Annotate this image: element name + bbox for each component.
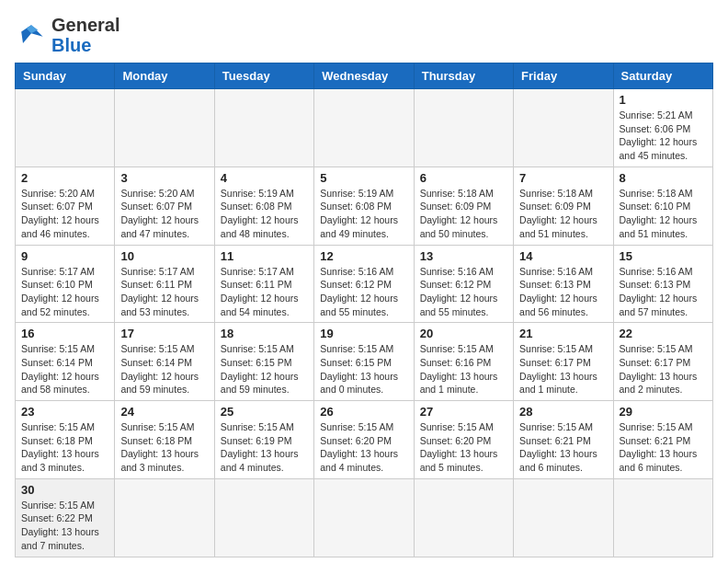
day-info: Sunrise: 5:15 AM Sunset: 6:21 PM Dayligh… bbox=[620, 420, 707, 475]
day-info: Sunrise: 5:16 AM Sunset: 6:12 PM Dayligh… bbox=[320, 265, 407, 319]
calendar-cell bbox=[115, 89, 214, 167]
day-number: 7 bbox=[519, 171, 607, 185]
day-number: 23 bbox=[21, 405, 108, 419]
calendar-cell bbox=[514, 89, 613, 167]
calendar-cell: 8Sunrise: 5:18 AM Sunset: 6:10 PM Daylig… bbox=[613, 167, 712, 245]
calendar-week-row: 1Sunrise: 5:21 AM Sunset: 6:06 PM Daylig… bbox=[16, 89, 713, 167]
day-info: Sunrise: 5:17 AM Sunset: 6:10 PM Dayligh… bbox=[21, 265, 108, 319]
calendar-cell: 3Sunrise: 5:20 AM Sunset: 6:07 PM Daylig… bbox=[115, 167, 214, 245]
calendar-cell bbox=[314, 478, 414, 557]
day-info: Sunrise: 5:15 AM Sunset: 6:15 PM Dayligh… bbox=[320, 342, 407, 396]
calendar-cell: 23Sunrise: 5:15 AM Sunset: 6:18 PM Dayli… bbox=[16, 401, 115, 479]
logo-blue-text: Blue bbox=[51, 35, 91, 55]
weekday-header-sunday: Sunday bbox=[16, 63, 115, 89]
day-number: 8 bbox=[620, 171, 707, 185]
day-number: 22 bbox=[620, 327, 707, 340]
calendar-cell: 5Sunrise: 5:19 AM Sunset: 6:08 PM Daylig… bbox=[314, 167, 414, 245]
day-number: 25 bbox=[221, 405, 308, 419]
day-info: Sunrise: 5:15 AM Sunset: 6:21 PM Dayligh… bbox=[519, 420, 607, 475]
calendar-cell: 13Sunrise: 5:16 AM Sunset: 6:12 PM Dayli… bbox=[414, 245, 513, 323]
calendar-cell: 25Sunrise: 5:15 AM Sunset: 6:19 PM Dayli… bbox=[214, 401, 313, 479]
calendar-cell: 27Sunrise: 5:15 AM Sunset: 6:20 PM Dayli… bbox=[414, 401, 513, 479]
calendar-cell bbox=[16, 89, 115, 167]
day-number: 10 bbox=[120, 249, 208, 263]
day-info: Sunrise: 5:18 AM Sunset: 6:09 PM Dayligh… bbox=[519, 187, 607, 241]
day-number: 28 bbox=[519, 405, 607, 419]
day-number: 2 bbox=[21, 171, 108, 185]
calendar-cell bbox=[214, 478, 313, 557]
day-info: Sunrise: 5:19 AM Sunset: 6:08 PM Dayligh… bbox=[221, 187, 308, 241]
calendar-cell: 4Sunrise: 5:19 AM Sunset: 6:08 PM Daylig… bbox=[214, 167, 313, 245]
calendar-cell: 7Sunrise: 5:18 AM Sunset: 6:09 PM Daylig… bbox=[514, 167, 613, 245]
calendar-cell: 26Sunrise: 5:15 AM Sunset: 6:20 PM Dayli… bbox=[314, 401, 414, 479]
day-info: Sunrise: 5:18 AM Sunset: 6:10 PM Dayligh… bbox=[620, 187, 707, 241]
day-number: 27 bbox=[420, 405, 507, 419]
calendar-cell: 22Sunrise: 5:15 AM Sunset: 6:17 PM Dayli… bbox=[613, 323, 712, 401]
weekday-header-tuesday: Tuesday bbox=[214, 63, 313, 89]
calendar-cell bbox=[314, 89, 414, 167]
day-info: Sunrise: 5:15 AM Sunset: 6:22 PM Dayligh… bbox=[21, 499, 108, 553]
calendar-cell: 29Sunrise: 5:15 AM Sunset: 6:21 PM Dayli… bbox=[613, 401, 712, 479]
day-info: Sunrise: 5:16 AM Sunset: 6:13 PM Dayligh… bbox=[519, 265, 607, 319]
day-number: 26 bbox=[320, 405, 407, 419]
day-number: 12 bbox=[320, 249, 407, 263]
weekday-header-monday: Monday bbox=[115, 63, 214, 89]
day-info: Sunrise: 5:16 AM Sunset: 6:13 PM Dayligh… bbox=[620, 265, 707, 319]
weekday-header-row: SundayMondayTuesdayWednesdayThursdayFrid… bbox=[16, 63, 713, 89]
day-number: 14 bbox=[519, 249, 607, 263]
calendar-cell: 12Sunrise: 5:16 AM Sunset: 6:12 PM Dayli… bbox=[314, 245, 414, 323]
page-header: General Blue bbox=[15, 15, 713, 55]
calendar-cell: 16Sunrise: 5:15 AM Sunset: 6:14 PM Dayli… bbox=[16, 323, 115, 401]
day-number: 20 bbox=[420, 327, 507, 340]
calendar-week-row: 9Sunrise: 5:17 AM Sunset: 6:10 PM Daylig… bbox=[16, 245, 713, 323]
day-number: 11 bbox=[221, 249, 308, 263]
calendar-cell bbox=[214, 89, 313, 167]
calendar-cell bbox=[514, 478, 613, 557]
calendar-cell: 1Sunrise: 5:21 AM Sunset: 6:06 PM Daylig… bbox=[613, 89, 712, 167]
day-info: Sunrise: 5:18 AM Sunset: 6:09 PM Dayligh… bbox=[420, 187, 507, 241]
calendar-cell bbox=[414, 478, 513, 557]
calendar-cell: 15Sunrise: 5:16 AM Sunset: 6:13 PM Dayli… bbox=[613, 245, 712, 323]
calendar-cell: 19Sunrise: 5:15 AM Sunset: 6:15 PM Dayli… bbox=[314, 323, 414, 401]
day-info: Sunrise: 5:20 AM Sunset: 6:07 PM Dayligh… bbox=[120, 187, 208, 241]
calendar-cell bbox=[613, 478, 712, 557]
calendar-week-row: 30Sunrise: 5:15 AM Sunset: 6:22 PM Dayli… bbox=[16, 478, 713, 557]
weekday-header-wednesday: Wednesday bbox=[314, 63, 414, 89]
weekday-header-saturday: Saturday bbox=[613, 63, 712, 89]
day-number: 29 bbox=[620, 405, 707, 419]
day-number: 5 bbox=[320, 171, 407, 185]
calendar-cell: 6Sunrise: 5:18 AM Sunset: 6:09 PM Daylig… bbox=[414, 167, 513, 245]
day-info: Sunrise: 5:21 AM Sunset: 6:06 PM Dayligh… bbox=[620, 109, 707, 163]
weekday-header-thursday: Thursday bbox=[414, 63, 513, 89]
calendar-cell: 28Sunrise: 5:15 AM Sunset: 6:21 PM Dayli… bbox=[514, 401, 613, 479]
logo-text: General Blue bbox=[51, 15, 119, 55]
calendar-cell: 21Sunrise: 5:15 AM Sunset: 6:17 PM Dayli… bbox=[514, 323, 613, 401]
day-number: 13 bbox=[420, 249, 507, 263]
logo: General Blue bbox=[15, 15, 119, 55]
day-number: 19 bbox=[320, 327, 407, 340]
day-info: Sunrise: 5:15 AM Sunset: 6:20 PM Dayligh… bbox=[320, 420, 407, 475]
day-info: Sunrise: 5:15 AM Sunset: 6:18 PM Dayligh… bbox=[120, 420, 208, 475]
calendar-cell bbox=[115, 478, 214, 557]
day-info: Sunrise: 5:15 AM Sunset: 6:18 PM Dayligh… bbox=[21, 420, 108, 475]
day-number: 6 bbox=[420, 171, 507, 185]
day-info: Sunrise: 5:15 AM Sunset: 6:20 PM Dayligh… bbox=[420, 420, 507, 475]
calendar-cell: 20Sunrise: 5:15 AM Sunset: 6:16 PM Dayli… bbox=[414, 323, 513, 401]
calendar-week-row: 16Sunrise: 5:15 AM Sunset: 6:14 PM Dayli… bbox=[16, 323, 713, 401]
day-number: 4 bbox=[221, 171, 308, 185]
day-info: Sunrise: 5:15 AM Sunset: 6:15 PM Dayligh… bbox=[221, 342, 308, 396]
day-number: 1 bbox=[620, 93, 707, 107]
day-info: Sunrise: 5:15 AM Sunset: 6:17 PM Dayligh… bbox=[620, 342, 707, 396]
day-number: 15 bbox=[620, 249, 707, 263]
day-info: Sunrise: 5:15 AM Sunset: 6:14 PM Dayligh… bbox=[21, 342, 108, 396]
calendar-cell: 11Sunrise: 5:17 AM Sunset: 6:11 PM Dayli… bbox=[214, 245, 313, 323]
calendar-cell: 17Sunrise: 5:15 AM Sunset: 6:14 PM Dayli… bbox=[115, 323, 214, 401]
calendar-cell bbox=[414, 89, 513, 167]
calendar-cell: 14Sunrise: 5:16 AM Sunset: 6:13 PM Dayli… bbox=[514, 245, 613, 323]
day-info: Sunrise: 5:17 AM Sunset: 6:11 PM Dayligh… bbox=[221, 265, 308, 319]
calendar-table: SundayMondayTuesdayWednesdayThursdayFrid… bbox=[15, 63, 713, 557]
calendar-cell: 18Sunrise: 5:15 AM Sunset: 6:15 PM Dayli… bbox=[214, 323, 313, 401]
weekday-header-friday: Friday bbox=[514, 63, 613, 89]
calendar-cell: 9Sunrise: 5:17 AM Sunset: 6:10 PM Daylig… bbox=[16, 245, 115, 323]
calendar-cell: 2Sunrise: 5:20 AM Sunset: 6:07 PM Daylig… bbox=[16, 167, 115, 245]
